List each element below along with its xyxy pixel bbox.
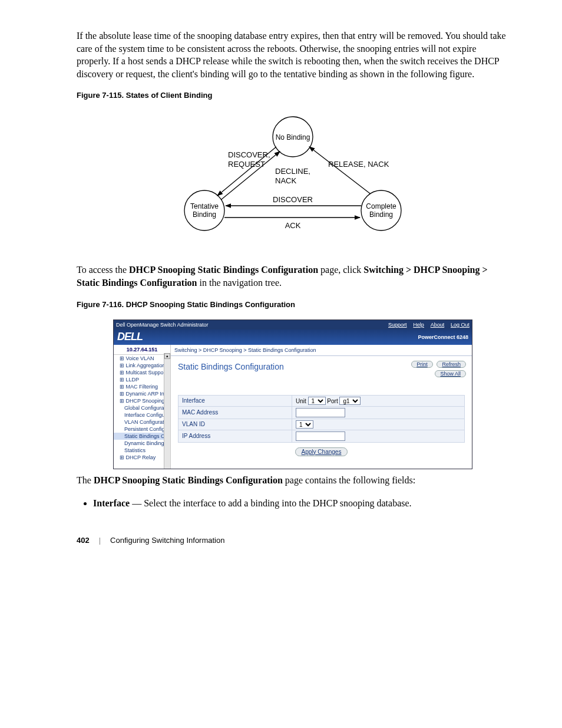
label-mac: MAC Address	[178, 406, 292, 419]
intro-paragraph: If the absolute lease time of the snoopi…	[77, 29, 509, 80]
nav-item-1[interactable]: ⊞ Link Aggregation	[114, 362, 170, 369]
window-titlebar: Dell OpenManage Switch Administrator Sup…	[114, 320, 472, 330]
figure-116-caption: Figure 7-116. DHCP Snooping Static Bindi…	[77, 300, 509, 309]
field-interface: Interface — Select the interface to add …	[93, 497, 509, 510]
state-diagram: No Binding Tentative Binding Complete Bi…	[77, 110, 509, 246]
nav-item-3[interactable]: ⊞ LLDP	[114, 376, 170, 383]
field-list: Interface — Select the interface to add …	[93, 497, 509, 510]
label-ack: ACK	[285, 221, 301, 230]
label-decline-2: NACK	[275, 176, 296, 185]
port-select[interactable]: g1	[339, 397, 361, 405]
link-logout[interactable]: Log Out	[451, 322, 470, 328]
logo-row: DELL PowerConnect 6248	[114, 330, 472, 345]
nav-item-10[interactable]: Persistent Config	[114, 426, 170, 433]
nav-tree[interactable]: 10.27.64.151 ⊞ Voice VLAN⊞ Link Aggregat…	[114, 345, 171, 469]
model-label: PowerConnect 6248	[418, 334, 468, 340]
dell-logo: DELL	[117, 331, 143, 343]
page-number: 402	[77, 536, 90, 545]
link-help[interactable]: Help	[413, 322, 424, 328]
fields-intro: The DHCP Snooping Static Bindings Config…	[77, 474, 509, 487]
vlan-select[interactable]: 1	[296, 420, 313, 429]
admin-screenshot: Dell OpenManage Switch Administrator Sup…	[113, 319, 472, 469]
label-decline-1: DECLINE,	[275, 167, 310, 176]
label-discover-mid: DISCOVER	[273, 195, 313, 204]
page-footer: 402 | Configuring Switching Information	[77, 536, 509, 545]
page: If the absolute lease time of the snoopi…	[0, 0, 562, 568]
label-discover-req-1: DISCOVER,	[228, 150, 270, 159]
link-about[interactable]: About	[431, 322, 445, 328]
node-tentative-1: Tentative	[190, 202, 219, 210]
scroll-up-icon[interactable]: ▴	[164, 353, 170, 359]
nav-item-8[interactable]: Interface Configu	[114, 411, 170, 419]
node-no-binding: No Binding	[276, 133, 310, 141]
refresh-button[interactable]: Refresh	[437, 361, 466, 368]
mac-input[interactable]	[296, 408, 345, 417]
link-support[interactable]: Support	[388, 322, 407, 328]
print-button[interactable]: Print	[411, 361, 433, 368]
config-form: Interface Unit 1 Port g1 MAC Address	[178, 395, 465, 443]
window-title: Dell OpenManage Switch Administrator	[116, 322, 384, 328]
node-complete-2: Binding	[369, 210, 393, 219]
nav-instruction: To access the DHCP Snooping Static Bindi…	[77, 263, 509, 289]
nav-item-4[interactable]: ⊞ MAC Filtering	[114, 383, 170, 390]
nav-item-9[interactable]: VLAN Configurati	[114, 419, 170, 426]
nav-item-14[interactable]: ⊞ DHCP Relay	[114, 454, 170, 461]
nav-item-12[interactable]: Dynamic Binding	[114, 440, 170, 447]
showall-button[interactable]: Show All	[435, 370, 466, 377]
node-tentative-2: Binding	[193, 210, 216, 219]
nav-item-6[interactable]: ⊞ DHCP Snooping	[114, 397, 170, 404]
breadcrumb: Switching > DHCP Snooping > Static Bindi…	[171, 345, 472, 356]
label-vlan: VLAN ID	[178, 419, 292, 430]
nav-ip: 10.27.64.151	[114, 345, 170, 355]
ip-input[interactable]	[296, 431, 345, 441]
footer-sep: |	[99, 536, 101, 545]
nav-scrollbar[interactable]: ▴	[164, 353, 170, 469]
nav-item-5[interactable]: ⊞ Dynamic ARP Inspe	[114, 390, 170, 397]
nav-item-2[interactable]: ⊞ Multicast Support	[114, 369, 170, 376]
top-links: Support Help About Log Out	[384, 321, 470, 328]
nav-item-11[interactable]: Static Bindings C	[114, 433, 170, 440]
nav-item-0[interactable]: ⊞ Voice VLAN	[114, 355, 170, 362]
unit-select[interactable]: 1	[308, 397, 326, 405]
nav-item-7[interactable]: Global Configurat	[114, 404, 170, 411]
nav-item-13[interactable]: Statistics	[114, 447, 170, 454]
label-discover-req-2: REQUEST	[228, 160, 265, 169]
node-complete-1: Complete	[366, 202, 396, 210]
label-release: RELEASE, NACK	[328, 160, 389, 169]
label-interface: Interface	[178, 395, 292, 406]
footer-title: Configuring Switching Information	[110, 536, 224, 545]
figure-115-caption: Figure 7-115. States of Client Binding	[77, 91, 509, 100]
cell-interface: Unit 1 Port g1	[292, 395, 465, 406]
apply-button[interactable]: Apply Changes	[295, 447, 348, 456]
svg-line-5	[309, 147, 371, 194]
label-ip: IP Address	[178, 430, 292, 442]
